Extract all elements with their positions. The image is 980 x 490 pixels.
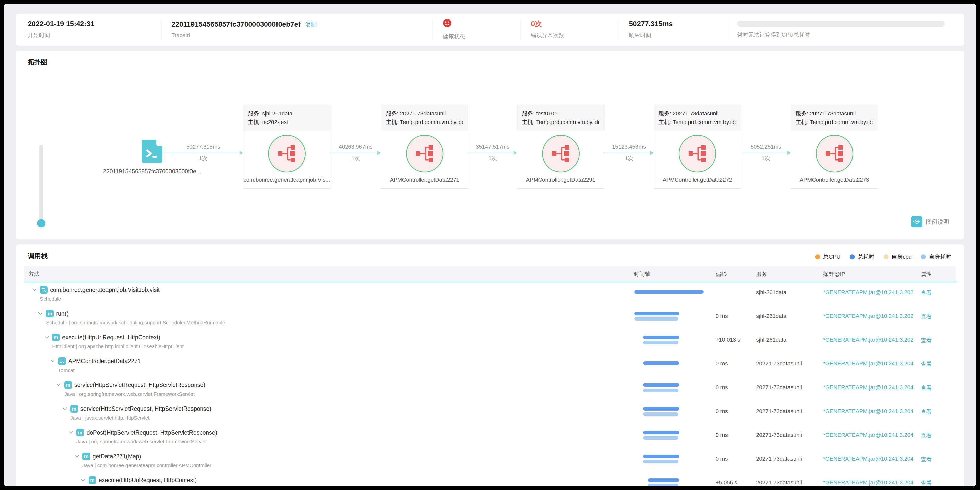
stat-errors: 0次 错误异常次数 <box>520 19 619 40</box>
node-service: 服务: sjhl-261data <box>248 109 326 118</box>
col-timeline-header: 时间轴 <box>632 270 716 278</box>
node-label: com.bonree.generateapm.job.Vis... <box>243 177 330 188</box>
legend-dot <box>884 254 889 259</box>
edge-time: 5052.251ms <box>741 144 791 150</box>
sitemap-icon[interactable] <box>542 135 579 172</box>
view-attributes-link[interactable]: 查看 <box>921 401 956 416</box>
response-time-label: 响应时间 <box>629 32 719 39</box>
service-node-2[interactable]: 服务: test0105主机: Temp.prd.comm.vm.by.idc.… <box>517 105 605 188</box>
probe-link[interactable]: *GENERATEAPM.jar@10.241.3.204 <box>823 473 921 486</box>
table-row[interactable]: m run() Schedule | org.springframework.s… <box>24 306 956 330</box>
probe-link[interactable]: *GENERATEAPM.jar@10.241.3.204 <box>823 354 921 367</box>
edge-time: 40263.967ms <box>330 144 381 150</box>
probe-link[interactable]: *GENERATEAPM.jar@10.241.3.202 <box>823 306 921 319</box>
chevron-down-icon[interactable] <box>49 358 56 364</box>
offset-value: 0 ms <box>716 449 756 462</box>
table-row[interactable]: m execute(HttpUriRequest, HttpContext) H… <box>24 330 956 354</box>
chevron-down-icon[interactable] <box>68 429 74 436</box>
table-row[interactable]: m getData2271(Map) Java | com.bonree.gen… <box>24 449 956 473</box>
legend-dot <box>815 254 820 259</box>
arrow-right-icon <box>240 151 243 155</box>
method-name: getData2271(Map) <box>92 453 141 460</box>
method-detail: Tomcat <box>58 367 632 373</box>
node-label: APMController.getData2291 <box>517 177 604 188</box>
sitemap-icon[interactable] <box>268 135 305 172</box>
chevron-down-icon[interactable] <box>80 477 86 483</box>
view-attributes-link[interactable]: 查看 <box>921 473 956 487</box>
edge-time: 50277.315ms <box>164 144 243 150</box>
arrow-right-icon <box>514 151 517 155</box>
start-time-value: 2022-01-19 15:42:31 <box>28 20 154 27</box>
legend-help-button[interactable]: 图例说明 <box>911 216 949 227</box>
timeline-bars <box>634 335 712 346</box>
self-time-bar <box>643 341 678 345</box>
callstack-rows: com.bonree.generateapm.job.VisitJob.visi… <box>24 283 956 487</box>
legend-dot <box>921 254 926 259</box>
table-row[interactable]: m service(HttpServletRequest, HttpServle… <box>24 378 956 401</box>
view-attributes-link[interactable]: 查看 <box>921 354 956 368</box>
table-row[interactable]: m service(HttpServletRequest, HttpServle… <box>24 401 956 425</box>
callstack-title: 调用栈 <box>28 252 48 260</box>
service-node-0[interactable]: 服务: sjhl-261data主机: nc202-test com.bonre… <box>243 105 330 188</box>
probe-link[interactable]: *GENERATEAPM.jar@10.241.3.204 <box>823 401 921 415</box>
trace-id-label: TraceId <box>172 32 425 39</box>
topology-chain: 220119154565857fc3700003000f0e... 50277.… <box>16 51 964 239</box>
chevron-down-icon[interactable] <box>56 382 62 388</box>
view-attributes-link[interactable]: 查看 <box>921 330 956 344</box>
table-row[interactable]: APMController.getData2271 Tomcat 0 ms 20… <box>24 354 956 378</box>
probe-link[interactable]: *GENERATEAPM.jar@10.241.3.204 <box>823 378 921 391</box>
method-name: service(HttpServletRequest, HttpServletR… <box>74 381 205 388</box>
node-host: 主机: Temp.prd.comm.vm.by.idc.b... <box>795 118 873 126</box>
service-node-4[interactable]: 服务: 20271-73datasunli主机: Temp.prd.comm.v… <box>791 105 878 188</box>
chevron-down-icon[interactable] <box>37 311 43 317</box>
table-row[interactable]: com.bonree.generateapm.job.VisitJob.visi… <box>24 283 956 306</box>
view-attributes-link[interactable]: 查看 <box>921 425 956 439</box>
chevron-down-icon[interactable] <box>62 406 68 412</box>
chevron-down-icon[interactable] <box>43 334 49 340</box>
service-node-1[interactable]: 服务: 20271-73datasunli主机: Temp.prd.comm.v… <box>381 105 468 188</box>
method-icon: m <box>64 381 72 389</box>
table-row[interactable]: m doPost(HttpServletRequest, HttpServlet… <box>24 425 956 449</box>
view-attributes-link[interactable]: 查看 <box>921 449 956 463</box>
probe-link[interactable]: *GENERATEAPM.jar@10.241.3.202 <box>823 330 921 343</box>
timeline-bars <box>634 288 712 298</box>
method-name: APMController.getData2271 <box>68 358 141 365</box>
edge-0: 50277.315ms 1次 <box>164 144 243 162</box>
node-label: APMController.getData2271 <box>381 177 468 188</box>
view-attributes-link[interactable]: 查看 <box>921 306 956 321</box>
job-icon <box>40 286 48 294</box>
probe-link[interactable]: *GENERATEAPM.jar@10.241.3.204 <box>823 449 921 462</box>
sitemap-icon[interactable] <box>816 135 853 172</box>
self-time-bar <box>643 460 678 463</box>
service-name: 20271-73datasunli <box>756 401 823 415</box>
method-icon: m <box>83 453 90 460</box>
sitemap-icon[interactable] <box>679 135 716 172</box>
probe-link[interactable]: *GENERATEAPM.jar@10.241.3.204 <box>823 425 921 438</box>
node-host: 主机: Temp.prd.comm.vm.by.idc.b... <box>522 118 600 126</box>
offset-value <box>716 283 756 289</box>
callstack-legend: 总CPU 总耗时 自身cpu 自身耗时 <box>815 253 951 261</box>
node-service: 服务: test0105 <box>522 109 600 118</box>
probe-link[interactable]: *GENERATEAPM.jar@10.241.3.202 <box>823 283 921 295</box>
stat-cpu-total: 暂时无法计算得到CPU总耗时 <box>727 19 952 40</box>
copy-trace-id-button[interactable]: 复制 <box>305 21 317 28</box>
chevron-down-icon[interactable] <box>31 287 37 293</box>
start-time-label: 开始时间 <box>28 32 154 39</box>
health-label: 健康状态 <box>443 33 513 40</box>
col-probe-header: 探针@IP <box>823 270 921 278</box>
method-name: run() <box>56 310 68 317</box>
table-row[interactable]: m execute(HttpUriRequest, HttpContext) +… <box>24 473 956 487</box>
script-file-icon <box>142 140 162 163</box>
method-icon: m <box>46 310 54 318</box>
sitemap-icon[interactable] <box>406 135 444 172</box>
sad-face-icon <box>443 19 452 29</box>
method-detail: Schedule <box>40 296 632 302</box>
edge-count: 1次 <box>330 155 381 162</box>
view-attributes-link[interactable]: 查看 <box>921 283 956 297</box>
edge-3: 15123.453ms 1次 <box>605 144 654 162</box>
stat-health: 健康状态 <box>433 19 520 40</box>
timeline-bars <box>634 359 712 370</box>
service-node-3[interactable]: 服务: 20271-73datasunli主机: Temp.prd.comm.v… <box>654 105 741 188</box>
chevron-down-icon[interactable] <box>74 453 80 460</box>
view-attributes-link[interactable]: 查看 <box>921 378 956 392</box>
